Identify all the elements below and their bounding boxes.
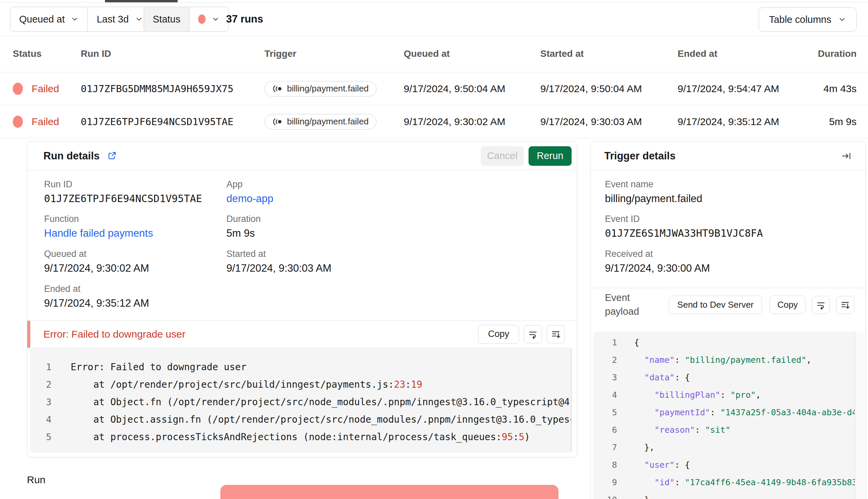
- error-accent-bar: [27, 321, 30, 348]
- word-wrap-icon: [816, 300, 826, 310]
- code-line: 1Error: Failed to downgrade user: [30, 358, 571, 376]
- copy-error-button[interactable]: Copy: [478, 325, 519, 344]
- code-scrollbar[interactable]: [571, 348, 571, 453]
- divider: [591, 288, 865, 288]
- line-content: at Object.assign.fn (/opt/render/project…: [71, 414, 571, 425]
- event-payload-label: Event payload: [605, 291, 639, 318]
- line-content: Error: Failed to downgrade user: [71, 362, 246, 373]
- word-wrap-icon-button[interactable]: [524, 325, 542, 343]
- table-row[interactable]: Failed01J7ZFBG5DMM85MJA9H659JX75billing/…: [0, 72, 868, 105]
- payload-scrollbar[interactable]: [855, 331, 864, 499]
- function-link[interactable]: Handle failed payments: [44, 227, 153, 240]
- code-line: 5 "paymentId": "1437a25f-05a3-404a-ab3e-…: [593, 403, 864, 421]
- scroll-to-bottom-icon: [840, 300, 850, 310]
- event-name-value: billing/payment.failed: [605, 193, 702, 205]
- send-to-dev-server-button[interactable]: Send to Dev Server: [669, 295, 762, 314]
- started-at-label: Started at: [226, 249, 331, 259]
- line-number: 7: [593, 442, 617, 452]
- scroll-to-bottom-icon-button[interactable]: [836, 296, 854, 314]
- line-content: "user": {: [634, 460, 690, 470]
- status-filter-value-button[interactable]: [189, 7, 228, 31]
- duration-field: Duration 5m 9s: [226, 214, 261, 240]
- event-payload-json: 1{2 "name": "billing/payment.failed",3 "…: [593, 331, 864, 499]
- line-number: 2: [593, 355, 617, 365]
- function-label: Function: [44, 214, 153, 224]
- line-content: "reason": "sit": [634, 425, 731, 435]
- copy-payload-button[interactable]: Copy: [769, 295, 806, 314]
- queued-at-filter-button[interactable]: Queued at: [10, 7, 87, 31]
- code-line: 8 "user": {: [593, 456, 864, 473]
- queued-at-filter-label: Queued at: [19, 14, 64, 25]
- event-id-value: 01J7ZE6S1MJWA33HT9B1VJC8FA: [605, 227, 763, 239]
- code-line: 2 "name": "billing/payment.failed",: [593, 351, 864, 368]
- queued-at-cell: 9/17/2024, 9:50:04 AM: [404, 83, 540, 95]
- ended-at-value: 9/17/2024, 9:35:12 AM: [44, 297, 149, 309]
- line-content: "name": "billing/payment.failed",: [634, 355, 811, 365]
- column-header-trigger: Trigger: [264, 48, 404, 59]
- app-link[interactable]: demo-app: [226, 193, 274, 205]
- trigger-details-panel: Trigger details Event name billing/payme…: [590, 141, 866, 499]
- code-line: 2 at /opt/render/project/src/build/innge…: [30, 376, 571, 393]
- trigger-cell: billing/payment.failed: [264, 81, 404, 97]
- status-cell: Failed: [13, 116, 81, 128]
- code-line: 4 at Object.assign.fn (/opt/render/proje…: [30, 411, 571, 428]
- rerun-button[interactable]: Rerun: [529, 146, 571, 166]
- column-header-status: Status: [13, 48, 81, 59]
- table-columns-button[interactable]: Table columns: [759, 8, 857, 32]
- line-number: 4: [593, 390, 617, 400]
- column-header-ended-at: Ended at: [678, 48, 807, 59]
- status-label: Failed: [32, 83, 59, 95]
- trigger-details-header: Trigger details: [591, 142, 865, 170]
- trigger-pill[interactable]: billing/payment.failed: [264, 114, 376, 130]
- event-icon: [272, 117, 282, 126]
- line-number: 4: [30, 414, 51, 425]
- external-link-icon[interactable]: [107, 151, 117, 161]
- table-columns-label: Table columns: [769, 14, 831, 25]
- run-details-header: Run details Cancel Rerun: [27, 142, 577, 170]
- column-header-run-id: Run ID: [81, 48, 264, 59]
- line-number: 2: [30, 379, 51, 390]
- active-tab-indicator: [105, 0, 178, 2]
- run-id-cell: 01J7ZE6TPJF6E94NCSD1V95TAE: [81, 116, 264, 127]
- run-details-title: Run details: [44, 150, 99, 162]
- word-wrap-icon-button[interactable]: [812, 296, 830, 314]
- status-cell: Failed: [13, 83, 81, 95]
- trigger-pill[interactable]: billing/payment.failed: [264, 81, 376, 97]
- queued-at-field: Queued at 9/17/2024, 9:30:02 AM: [44, 249, 149, 275]
- scroll-to-bottom-icon-button[interactable]: [547, 325, 565, 343]
- line-number: 1: [30, 362, 51, 372]
- trigger-cell: billing/payment.failed: [264, 114, 404, 130]
- cancel-button[interactable]: Cancel: [481, 146, 524, 166]
- queued-at-cell: 9/17/2024, 9:30:02 AM: [404, 116, 540, 127]
- started-at-cell: 9/17/2024, 9:50:04 AM: [540, 83, 678, 95]
- runs-table-header: StatusRun IDTriggerQueued atStarted atEn…: [0, 36, 868, 72]
- line-content: at process.processTicksAndRejections (no…: [71, 431, 530, 442]
- trigger-pill-label: billing/payment.failed: [287, 83, 369, 94]
- status-filter-label: Status: [153, 14, 180, 25]
- code-line: 5 at process.processTicksAndRejections (…: [30, 428, 571, 446]
- status-label: Failed: [32, 116, 59, 127]
- table-row[interactable]: Failed01J7ZE6TPJF6E94NCSD1V95TAEbilling/…: [0, 105, 868, 138]
- collapse-panel-icon[interactable]: [841, 151, 852, 161]
- column-header-duration: Duration: [818, 48, 857, 59]
- chevron-down-icon: [838, 15, 846, 24]
- trigger-details-title: Trigger details: [604, 150, 676, 162]
- line-number: 8: [593, 460, 617, 470]
- line-number: 3: [30, 397, 51, 407]
- app-label: App: [226, 179, 274, 190]
- duration-label: Duration: [226, 214, 261, 224]
- line-number: 5: [593, 407, 617, 417]
- time-range-label: Last 3d: [97, 14, 129, 25]
- column-header-started-at: Started at: [540, 48, 678, 59]
- line-content: },: [634, 442, 654, 452]
- line-number: 1: [593, 338, 617, 348]
- function-field: Function Handle failed payments: [44, 214, 153, 240]
- timeline-run-bar[interactable]: [220, 485, 558, 499]
- time-range-filter-button[interactable]: Last 3d: [87, 7, 152, 31]
- failed-status-dot-icon: [13, 83, 23, 95]
- code-line: 3 "data": {: [593, 368, 864, 386]
- duration-cell: 5m 9s: [829, 116, 857, 127]
- line-number: 6: [593, 425, 617, 435]
- error-title: Error: Failed to downgrade user: [44, 329, 185, 340]
- line-content: "data": {: [634, 373, 690, 382]
